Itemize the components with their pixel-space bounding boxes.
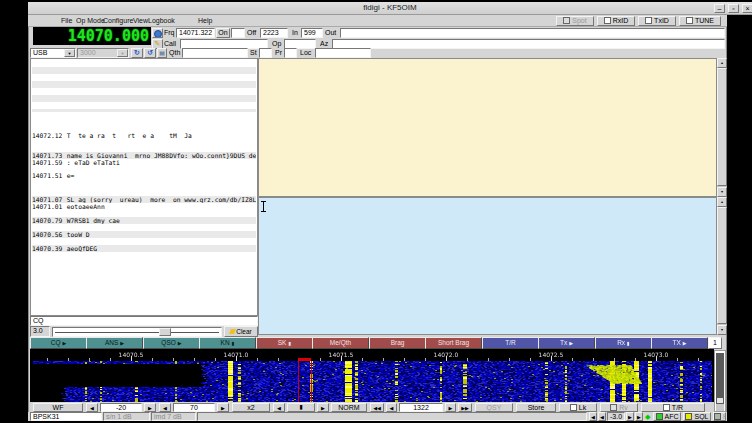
time-off-input[interactable]: 2223	[260, 28, 288, 38]
right-scrollbar[interactable]	[714, 350, 726, 412]
mode-select[interactable]: USB ▼	[30, 48, 76, 58]
rx-scrollbar[interactable]: ▴ ▾	[717, 58, 727, 197]
minimize-button[interactable]: –	[714, 4, 725, 13]
macro-set-button[interactable]: 1	[708, 337, 722, 349]
wf-zoom-button[interactable]: x2	[232, 403, 270, 412]
rst-out-input[interactable]	[340, 28, 725, 38]
sql-left-icon[interactable]: ◀	[598, 412, 606, 421]
wf-shift-right-icon[interactable]: ▶	[317, 403, 329, 412]
frq-input[interactable]: 14071.322	[176, 28, 215, 38]
slider-thumb[interactable]	[159, 328, 171, 336]
signal-browser[interactable]: 14072.12 T te a ra t rt e a tM Ja14071.7…	[30, 58, 258, 316]
macro-brag[interactable]: Brag	[369, 337, 426, 349]
scroll-up-icon[interactable]: ▴	[717, 197, 727, 207]
title-bar[interactable]: fldigi - KF5OIM – ▫ ×	[28, 2, 752, 15]
pr-input[interactable]	[284, 48, 297, 58]
rx-text-pane[interactable]	[258, 58, 717, 197]
macro-me-qth[interactable]: Me/Qth	[312, 337, 369, 349]
carrier-fast-right-icon[interactable]: ▶▶	[458, 403, 472, 412]
tx-scrollbar-thumb[interactable]	[717, 207, 727, 324]
close-button[interactable]: ×	[742, 4, 752, 13]
macro-t-r[interactable]: T/R	[482, 337, 539, 349]
browser-row[interactable]: 14070.79 W7RSB1 dmy cae	[32, 217, 256, 224]
loc-input[interactable]	[315, 48, 371, 58]
sql-fast-right-icon[interactable]: ▶	[635, 412, 643, 421]
qso-on-button[interactable]: On	[216, 28, 230, 38]
macro-tx[interactable]: Tx▶	[538, 337, 595, 349]
wf-mode-button[interactable]: WF	[33, 403, 83, 412]
scroll-down-icon[interactable]: ▾	[717, 325, 727, 335]
browser-row[interactable]: 14071.51 e=	[32, 172, 256, 179]
macro-qso[interactable]: QSO▶	[143, 337, 200, 349]
wf-center-button[interactable]: ▮	[287, 403, 315, 412]
menu-configure[interactable]: Configure	[103, 15, 133, 27]
carrier-fast-left-icon[interactable]: ◀◀	[370, 403, 384, 412]
toggle-rxid[interactable]: RxID	[597, 16, 635, 26]
rx-scrollbar-thumb[interactable]	[717, 68, 727, 186]
lock-checkbox[interactable]: Lk	[559, 403, 597, 412]
macro-rx[interactable]: Rx▮	[595, 337, 652, 349]
browser-row[interactable]: 14071.07 SL ag (sorry ureau) more on www…	[32, 196, 256, 203]
carrier-left-icon[interactable]: ◀	[386, 403, 397, 412]
toggle-tune[interactable]: TUNE	[679, 16, 721, 26]
store-button[interactable]: Store	[516, 403, 556, 412]
reverse-checkbox[interactable]: Rv	[600, 403, 638, 412]
sql-toggle[interactable]: SQL	[683, 412, 711, 421]
ampspan-right-icon[interactable]: ▶	[144, 403, 156, 412]
frequency-display[interactable]: 14070.000	[33, 27, 151, 45]
tx-text-pane[interactable]	[258, 197, 717, 335]
tr-checkbox[interactable]: T/R	[641, 403, 705, 412]
menu-logbook[interactable]: Logbook	[148, 15, 175, 27]
browser-row[interactable]: 14071.73 name is Giovanni mrno JM88DVfo:…	[32, 152, 256, 159]
macro-sk[interactable]: SK▮	[256, 337, 313, 349]
carrier-right-icon[interactable]: ▶	[445, 403, 456, 412]
carrier-offset-value[interactable]: 1322	[399, 403, 443, 412]
macro-short-brag[interactable]: Short Brag	[425, 337, 482, 349]
ampspan-left-icon[interactable]: ◀	[86, 403, 98, 412]
menu-view[interactable]: View	[133, 15, 148, 27]
qsy-button[interactable]: QSY	[475, 403, 513, 412]
browser-filter-input[interactable]: CQ	[30, 316, 258, 326]
status-mode[interactable]: BPSK31	[30, 412, 102, 421]
browser-row[interactable]: 14072.12 T te a ra t rt e a tM Ja	[32, 132, 256, 139]
maximize-button[interactable]: ▫	[728, 4, 739, 13]
menu-op-mode[interactable]: Op Mode	[76, 15, 105, 27]
st-input[interactable]	[259, 48, 272, 58]
az-input[interactable]	[332, 39, 725, 49]
macro-cq[interactable]: CQ▶	[30, 337, 87, 349]
reflevel-right-icon[interactable]: ▶	[217, 403, 229, 412]
macro-kn[interactable]: KN▮	[199, 337, 256, 349]
time-on-input[interactable]	[231, 28, 245, 38]
kpsql-toggle[interactable]: KPSQL	[713, 412, 726, 421]
browser-row[interactable]: 14071.01 eotoaeeAnn	[32, 203, 256, 210]
wf-speed-button[interactable]: NORM	[331, 403, 367, 412]
scroll-down-icon[interactable]: ▾	[717, 187, 727, 197]
sql-right-icon[interactable]: ▶	[626, 412, 634, 421]
browser-row[interactable]: 14070.56 tooW D	[32, 231, 256, 238]
qth-input[interactable]	[182, 48, 248, 58]
browser-row[interactable]: 14071.59 : eTaD eTaTati	[32, 159, 256, 166]
afc-toggle[interactable]: AFC	[653, 412, 681, 421]
waterfall-display[interactable]	[33, 349, 712, 406]
rst-in-input[interactable]: 599	[301, 28, 323, 38]
logbook-lookup-button[interactable]: ▤	[157, 48, 167, 58]
browser-squelch-slider[interactable]	[52, 327, 222, 337]
qrz-lookup-button[interactable]	[152, 28, 163, 38]
right-scrollbar-thumb[interactable]	[716, 353, 724, 404]
scroll-up-icon[interactable]: ▴	[717, 58, 727, 68]
menu-file[interactable]: File	[61, 15, 72, 27]
tx-scrollbar[interactable]: ▴ ▾	[717, 197, 727, 335]
sql-fast-left-icon[interactable]: ◀	[589, 412, 597, 421]
macro-ans[interactable]: ANS▶	[86, 337, 143, 349]
chevron-down-icon[interactable]: ▼	[64, 49, 75, 57]
revert-freq-button[interactable]: ↻	[131, 48, 143, 58]
macro-tx[interactable]: TX▶	[651, 337, 708, 349]
menu-help[interactable]: Help	[198, 15, 212, 27]
browser-clear-button[interactable]: Clear	[224, 326, 258, 337]
bandwidth-select[interactable]: 3000 ▼	[77, 48, 129, 58]
reflevel-left-icon[interactable]: ◀	[159, 403, 171, 412]
browser-row[interactable]: 14070.39 aeoQfDEG	[32, 245, 256, 252]
sync-freq-button[interactable]: ↻	[144, 48, 156, 58]
toggle-txid[interactable]: TxID	[638, 16, 676, 26]
wf-shift-left-icon[interactable]: ◀	[273, 403, 285, 412]
